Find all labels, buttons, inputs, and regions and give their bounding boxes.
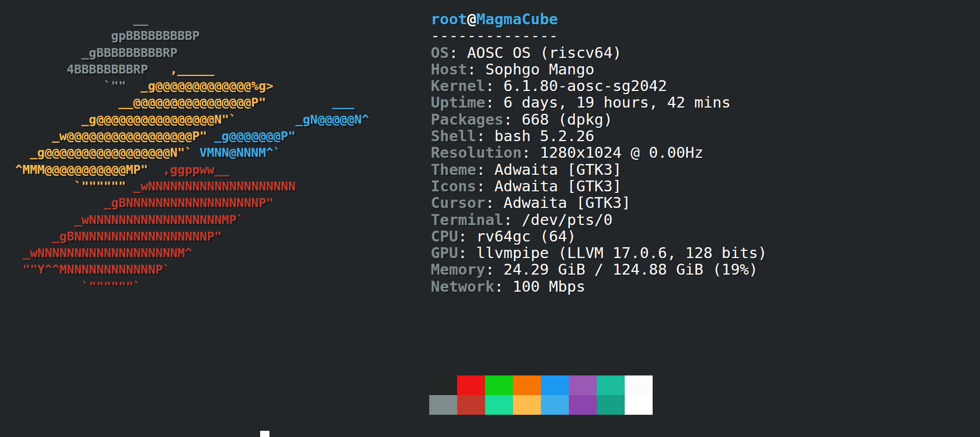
art-segment-orange: __@@@@@@@@@@@@@@@@P" [8, 95, 266, 110]
art-line: _gBNNNNNNNNNNNNNNNNNNP" [8, 194, 369, 211]
art-segment-grey: gpBBBBBBBBBP [8, 28, 200, 43]
art-line: ""Y^^MNNNNNNNNNNNNP` [8, 261, 369, 278]
art-line: `"""""" _wNNNNNNNNNNNNNNNNNNNN [8, 178, 369, 194]
info-label: Host [431, 61, 467, 78]
info-line: Kernel: 6.1.80-aosc-sg2042 [431, 78, 767, 94]
art-segment-grey: __ [8, 12, 148, 26]
title-at-sign: @ [467, 10, 476, 28]
art-segment-blue: _g@@@@@@@P" [207, 129, 295, 143]
info-value: : AOSC OS (riscv64) [449, 44, 622, 62]
info-label: Network [431, 278, 494, 295]
ascii-art: __ gpBBBBBBBBBP _gBBBBBBBBBRP 4BBBBBBBBR… [8, 11, 369, 295]
info-line: CPU: rv64gc (64) [431, 228, 767, 245]
art-segment-red: _wNNNNNNNNNNNNNNNNNNNM^ [8, 246, 192, 260]
palette-swatch [625, 395, 653, 415]
art-segment-red: ,ggppww__ [148, 162, 229, 177]
info-label: Theme [431, 161, 476, 178]
info-label: Memory [431, 261, 485, 278]
info-label: GPU [431, 244, 458, 262]
info-value: : rv64gc (64) [458, 228, 576, 245]
info-underline: -------------- [431, 27, 558, 44]
art-line: ^MMM@@@@@@@@@@@MP" ,ggppww__ [8, 161, 369, 178]
palette-swatch [625, 375, 653, 395]
info-label: Uptime [431, 94, 485, 111]
art-segment-orange: ^MMM@@@@@@@@@@@MP" [8, 162, 148, 177]
info-value: : 6 days, 19 hours, 42 mins [485, 94, 730, 111]
info-label: Kernel [431, 77, 485, 95]
palette-swatch [569, 395, 597, 415]
art-segment-orange: _w@@@@@@@@@@@@@@@@@P" [8, 129, 207, 143]
art-line: _wNNNNNNNNNNNNNNNNNNNM^ [8, 245, 369, 261]
info-line: Shell: bash 5.2.26 [431, 128, 767, 144]
info-label: Icons [431, 177, 476, 195]
palette-swatch [429, 375, 457, 395]
art-segment-blue: ___ [266, 95, 354, 110]
info-label: Resolution [431, 144, 522, 161]
art-line: _gBBBBBBBBBRP [8, 44, 369, 61]
palette-swatch [597, 375, 625, 395]
title-user: root [431, 10, 467, 28]
palette-swatch [485, 375, 513, 395]
art-line: _wNNNNNNNNNNNNNNNNNNMP` [8, 212, 369, 228]
info-value: : Adwaita [GTK3] [476, 161, 622, 178]
art-line: _g@@@@@@@@@@@@@@@@N"` _gN@@@@@N^ [8, 111, 369, 128]
art-segment-blue: VMNN@NNNM^` [192, 145, 281, 160]
info-line: Theme: Adwaita [GTK3] [431, 161, 767, 178]
art-segment-orange: _g@@@@@@@@@@@@@@@@@N"` [8, 145, 192, 160]
info-value: : 1280x1024 @ 0.00Hz [522, 144, 703, 161]
info-line: Terminal: /dev/pts/0 [431, 212, 767, 228]
art-segment-red: _wNNNNNNNNNNNNNNNNNNNN [126, 179, 295, 193]
art-line: gpBBBBBBBBBP [8, 27, 369, 44]
info-value: : 6.1.80-aosc-sg2042 [485, 77, 667, 95]
info-label: Packages [431, 111, 504, 128]
art-segment-red: _wNNNNNNNNNNNNNNNNNNMP` [8, 213, 244, 227]
palette-swatch [569, 375, 597, 395]
info-line: Cursor: Adwaita [GTK3] [431, 194, 767, 211]
palette-swatch [513, 375, 541, 395]
title-host: MagmaCube [476, 10, 558, 28]
art-segment-red: `""""""` [8, 279, 141, 294]
palette-swatch [429, 395, 457, 415]
art-segment-orange: ,_____ [148, 62, 214, 77]
terminal-cursor [260, 431, 269, 437]
art-line: `""""""` [8, 278, 369, 295]
art-segment-grey: `"" [8, 79, 126, 93]
terminal-screen: __ gpBBBBBBBBBP _gBBBBBBBBBRP 4BBBBBBBBR… [0, 0, 980, 437]
info-value: : Sophgo Mango [467, 61, 594, 78]
art-line: __@@@@@@@@@@@@@@@@P" ___ [8, 94, 369, 111]
info-label: Shell [431, 127, 476, 145]
art-segment-orange: _g@@@@@@@@@@@@@@@@N"` [8, 112, 236, 127]
art-segment-orange: _g@@@@@@@@@@@@@%g> [126, 79, 273, 93]
palette-row-bright [429, 395, 653, 415]
info-line: Icons: Adwaita [GTK3] [431, 178, 767, 194]
info-value: : /dev/pts/0 [504, 211, 613, 229]
art-line: 4BBBBBBBBRP ,_____ [8, 61, 369, 78]
info-line: Packages: 668 (dpkg) [431, 111, 767, 128]
art-line: _gBNNNNNNNNNNNNNNNNNNP" [8, 228, 369, 245]
info-line: Memory: 24.29 GiB / 124.88 GiB (19%) [431, 261, 767, 278]
system-info: root@MagmaCube -------------- OS: AOSC O… [431, 11, 767, 295]
art-line: __ [8, 11, 369, 27]
info-label: Terminal [431, 211, 504, 229]
info-value: : Adwaita [GTK3] [485, 194, 630, 212]
info-label: OS [431, 44, 449, 62]
palette-swatch [541, 395, 569, 415]
info-value: : 24.29 GiB / 124.88 GiB (19%) [485, 261, 758, 278]
info-line: Resolution: 1280x1024 @ 0.00Hz [431, 144, 767, 161]
art-segment-red: _gBNNNNNNNNNNNNNNNNNNP" [8, 195, 273, 210]
art-segment-grey: _gBBBBBBBBBRP [8, 46, 177, 60]
art-line: _w@@@@@@@@@@@@@@@@@P" _g@@@@@@@P" [8, 128, 369, 144]
info-value: : Adwaita [GTK3] [476, 177, 622, 195]
info-line: Network: 100 Mbps [431, 278, 767, 295]
info-line: Uptime: 6 days, 19 hours, 42 mins [431, 94, 767, 111]
info-value: : 100 Mbps [494, 278, 585, 295]
info-value: : bash 5.2.26 [476, 127, 594, 145]
palette-swatch [457, 395, 485, 415]
info-line: GPU: llvmpipe (LLVM 17.0.6, 128 bits) [431, 245, 767, 261]
palette-swatch [457, 375, 485, 395]
info-lines: OS: AOSC OS (riscv64)Host: Sophgo MangoK… [431, 44, 767, 295]
palette-swatch [513, 395, 541, 415]
palette-swatch [597, 395, 625, 415]
info-line: Host: Sophgo Mango [431, 61, 767, 78]
art-segment-grey: 4BBBBBBBBRP [8, 62, 148, 77]
